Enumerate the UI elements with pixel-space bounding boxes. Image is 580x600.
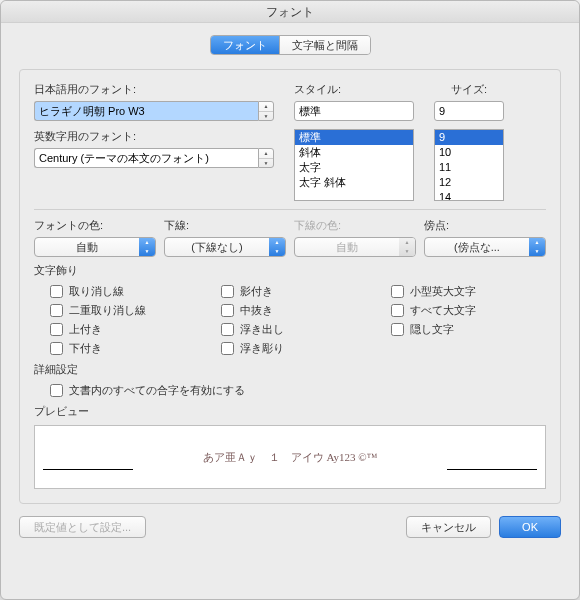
size-listbox[interactable]: 9 10 11 12 14 <box>434 129 504 201</box>
chevron-down-icon: ▼ <box>139 247 155 256</box>
titlebar: フォント <box>1 1 579 23</box>
check-subscript[interactable]: 下付き <box>50 341 205 356</box>
footer: 既定値として設定... キャンセル OK <box>1 504 579 554</box>
chevron-up-icon: ▲ <box>259 102 273 111</box>
check-outline[interactable]: 中抜き <box>221 303 376 318</box>
jp-font-combo[interactable]: ▲▼ <box>34 101 274 121</box>
chevron-up-icon: ▲ <box>269 238 285 247</box>
chevron-down-icon: ▼ <box>399 247 415 256</box>
label-effects: 文字飾り <box>34 263 546 278</box>
en-font-combo[interactable]: ▲▼ <box>34 148 274 168</box>
chevron-up-icon: ▲ <box>259 149 273 158</box>
label-advanced: 詳細設定 <box>34 362 546 377</box>
label-size: サイズ: <box>434 82 504 97</box>
label-en-font: 英数字用のフォント: <box>34 129 274 144</box>
preview-box: あア亜Ａｙ １ アイウ Ay123 ©™ <box>34 425 546 489</box>
list-item[interactable]: 14 <box>435 190 503 201</box>
underline-dropdown[interactable]: (下線なし) ▲▼ <box>164 237 286 257</box>
chevron-down-icon: ▼ <box>259 158 273 168</box>
chevron-up-icon: ▲ <box>139 238 155 247</box>
preview-underline-left <box>43 469 133 470</box>
effects-group: 取り消し線 二重取り消し線 上付き 下付き 影付き 中抜き 浮き出し 浮き彫り … <box>34 284 546 356</box>
check-hidden[interactable]: 隠し文字 <box>391 322 546 337</box>
tabbar: フォント 文字幅と間隔 <box>19 35 561 55</box>
chevron-down-icon: ▼ <box>259 111 273 121</box>
check-shadow[interactable]: 影付き <box>221 284 376 299</box>
tab-font[interactable]: フォント <box>211 36 279 54</box>
check-smallcaps[interactable]: 小型英大文字 <box>391 284 546 299</box>
list-item[interactable]: 9 <box>435 130 503 145</box>
label-underline-color: 下線の色: <box>294 219 341 231</box>
ok-button[interactable]: OK <box>499 516 561 538</box>
list-item[interactable]: 太字 <box>295 160 413 175</box>
en-font-stepper[interactable]: ▲▼ <box>258 148 274 168</box>
tab-spacing[interactable]: 文字幅と間隔 <box>279 36 370 54</box>
check-engrave[interactable]: 浮き彫り <box>221 341 376 356</box>
cancel-button[interactable]: キャンセル <box>406 516 491 538</box>
label-jp-font: 日本語用のフォント: <box>34 82 274 97</box>
font-dialog-window: フォント フォント 文字幅と間隔 日本語用のフォント: ▲▼ スタイル: <box>0 0 580 600</box>
chevron-up-icon: ▲ <box>399 238 415 247</box>
preview-text: あア亜Ａｙ １ アイウ Ay123 ©™ <box>203 450 378 465</box>
list-item[interactable]: 太字 斜体 <box>295 175 413 190</box>
chevron-up-icon: ▲ <box>529 238 545 247</box>
label-font-color: フォントの色: <box>34 219 103 231</box>
label-underline: 下線: <box>164 219 189 231</box>
preview-underline-right <box>447 469 537 470</box>
check-allcaps[interactable]: すべて大文字 <box>391 303 546 318</box>
check-strikethrough[interactable]: 取り消し線 <box>50 284 205 299</box>
jp-font-input[interactable] <box>34 101 258 121</box>
list-item[interactable]: 12 <box>435 175 503 190</box>
size-input[interactable] <box>434 101 504 121</box>
check-emboss[interactable]: 浮き出し <box>221 322 376 337</box>
list-item[interactable]: 斜体 <box>295 145 413 160</box>
label-style: スタイル: <box>294 82 414 97</box>
list-item[interactable]: 10 <box>435 145 503 160</box>
chevron-down-icon: ▼ <box>269 247 285 256</box>
label-preview: プレビュー <box>34 404 546 419</box>
panel: 日本語用のフォント: ▲▼ スタイル: サイズ: <box>19 69 561 504</box>
list-item[interactable]: 標準 <box>295 130 413 145</box>
label-emphasis: 傍点: <box>424 219 449 231</box>
en-font-input[interactable] <box>34 148 258 168</box>
jp-font-stepper[interactable]: ▲▼ <box>258 101 274 121</box>
chevron-down-icon: ▼ <box>529 247 545 256</box>
list-item[interactable]: 11 <box>435 160 503 175</box>
check-ligatures[interactable]: 文書内のすべての合字を有効にする <box>50 383 546 398</box>
default-button[interactable]: 既定値として設定... <box>19 516 146 538</box>
font-color-dropdown[interactable]: 自動 ▲▼ <box>34 237 156 257</box>
underline-color-dropdown: 自動 ▲▼ <box>294 237 416 257</box>
emphasis-dropdown[interactable]: (傍点な... ▲▼ <box>424 237 546 257</box>
style-input[interactable] <box>294 101 414 121</box>
window-title: フォント <box>266 5 314 19</box>
style-listbox[interactable]: 標準 斜体 太字 太字 斜体 <box>294 129 414 201</box>
check-double-strike[interactable]: 二重取り消し線 <box>50 303 205 318</box>
check-superscript[interactable]: 上付き <box>50 322 205 337</box>
